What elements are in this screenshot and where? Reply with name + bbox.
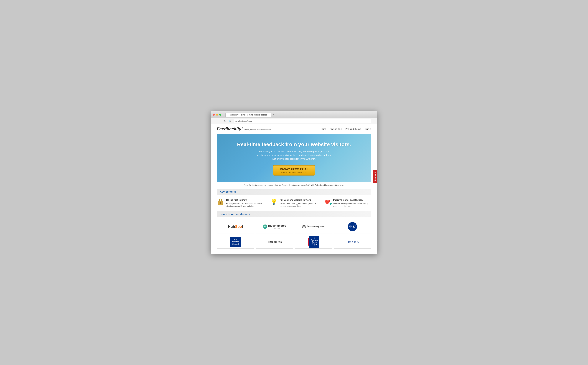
- benefit-desc-know: Protect your brand by being the first to…: [226, 202, 264, 208]
- cta-sub-text: NO CREDIT CARD REQUIRED!: [279, 171, 309, 173]
- benefit-item-satisfaction: ❤️ ✚ Improve visitor satisfaction Measur…: [324, 199, 371, 208]
- bulb-icon: 💡: [270, 199, 277, 205]
- benefit-content-satisfaction: Improve visitor satisfaction Measure and…: [333, 199, 371, 208]
- close-button[interactable]: [213, 114, 215, 116]
- nav-home[interactable]: Home: [320, 128, 326, 130]
- customer-timeinc: Time Inc.: [334, 235, 371, 249]
- lock-icon-graphic: [218, 199, 223, 205]
- lock-icon: [217, 199, 224, 206]
- benefit-title-know: Be the first to know: [226, 199, 264, 201]
- nav-feature-tour[interactable]: Feature Tour: [330, 128, 342, 130]
- hero-title: Real-time feedback from your website vis…: [226, 141, 362, 147]
- search-button[interactable]: 🔍: [228, 119, 232, 123]
- testimonial-quote: "...by far the best user experience of a…: [244, 184, 310, 186]
- customers-section-header: Some of our customers: [217, 211, 371, 217]
- customer-hubspot: HubSpo●t: [217, 220, 254, 233]
- threadless-logo: Threadless: [267, 240, 282, 244]
- benefits-title: Key benefits: [220, 190, 236, 193]
- customer-weather: TheWeatherChannel: [217, 235, 254, 249]
- maximize-button[interactable]: [219, 114, 221, 116]
- benefit-title-visitors: Put your site visitors to work: [280, 199, 318, 201]
- benefit-desc-satisfaction: Measure and improve visitor satisfaction…: [333, 202, 371, 208]
- benefit-content-know: Be the first to know Protect your brand …: [226, 199, 264, 208]
- logo-text: Feedbackify!: [217, 126, 243, 131]
- dictionary-logo: Dictionary.com: [302, 224, 325, 229]
- feedback-tab[interactable]: feedback: [373, 170, 377, 183]
- logo-area: Feedbackify! simple, private, website fe…: [217, 126, 271, 131]
- browser-controls: Feedbackify — simple, private, website f…: [213, 112, 375, 117]
- customer-acs: ⚔ American Cancer Society ®: [295, 235, 332, 249]
- hubspot-logo: HubSpo●t: [228, 225, 243, 229]
- customer-nasa: NASA: [334, 220, 371, 233]
- refresh-button[interactable]: ↻: [223, 119, 226, 123]
- benefit-item-know: Be the first to know Protect your brand …: [217, 199, 264, 208]
- acs-logo: ⚔ American Cancer Society ®: [308, 236, 319, 247]
- testimonial: "...by far the best user experience of a…: [211, 182, 377, 189]
- benefit-content-visitors: Put your site visitors to work Gather id…: [280, 199, 318, 208]
- page-content: Feedbackify! simple, private, website fe…: [211, 124, 377, 254]
- browser-menu-button[interactable]: ⋯: [373, 120, 375, 123]
- new-tab-button[interactable]: +: [271, 112, 276, 117]
- page-header: Feedbackify! simple, private, website fe…: [211, 124, 377, 134]
- browser-toolbar: ← → ↻ 🔍 ⋯: [211, 118, 377, 124]
- customers-section: Some of our customers HubSpo●t B Bi: [211, 211, 377, 254]
- nasa-logo: NASA: [348, 222, 357, 231]
- cta-button[interactable]: 15-DAY FREE TRIAL NO CREDIT CARD REQUIRE…: [273, 165, 315, 175]
- benefit-title-satisfaction: Improve visitor satisfaction: [333, 199, 371, 201]
- customers-title: Some of our customers: [220, 213, 250, 216]
- address-bar[interactable]: [234, 119, 371, 123]
- dictionary-text: Dictionary.com: [307, 225, 325, 228]
- benefit-desc-visitors: Gather ideas and suggestions from your m…: [280, 202, 318, 208]
- back-button[interactable]: ←: [213, 119, 216, 123]
- browser-window: Feedbackify — simple, private, website f…: [211, 111, 377, 254]
- browser-tab[interactable]: Feedbackify — simple, private, website f…: [225, 113, 271, 117]
- main-nav: Home Feature Tour Pricing & Signup Sign …: [320, 128, 371, 130]
- benefits-row: Be the first to know Protect your brand …: [211, 195, 377, 211]
- nav-signin[interactable]: Sign in: [365, 128, 371, 130]
- benefits-section-header: Key benefits: [217, 189, 371, 195]
- dictionary-icon: [302, 224, 306, 229]
- testimonial-attribution: Nikk Folts, Lead Developer, Gemvara.: [311, 184, 344, 186]
- hero-subtitle: Feedbackify is the quickest and easiest …: [255, 150, 333, 161]
- bigcommerce-logo: B Bigcommerce sell more: [263, 224, 286, 229]
- cta-main-text: 15-DAY FREE TRIAL: [279, 168, 309, 171]
- logo-tagline: simple, private, website feedback.: [244, 129, 271, 131]
- benefit-item-visitors: 💡 Put your site visitors to work Gather …: [270, 199, 318, 208]
- browser-titlebar: Feedbackify — simple, private, website f…: [211, 111, 377, 118]
- nav-pricing[interactable]: Pricing & Signup: [345, 128, 361, 130]
- forward-button[interactable]: →: [218, 119, 222, 123]
- weather-logo: TheWeatherChannel: [230, 237, 241, 247]
- hero-banner: Real-time feedback from your website vis…: [217, 134, 371, 182]
- customers-grid: HubSpo●t B Bigcommerce sell more: [211, 217, 377, 251]
- timeinc-logo: Time Inc.: [346, 240, 359, 244]
- customer-bigcommerce: B Bigcommerce sell more: [256, 220, 293, 233]
- customer-threadless: Threadless: [256, 235, 293, 249]
- minimize-button[interactable]: [216, 114, 218, 116]
- tab-bar: Feedbackify — simple, private, website f…: [225, 112, 276, 117]
- heart-icon: ❤️ ✚: [324, 199, 331, 205]
- customer-dictionary: Dictionary.com: [295, 220, 332, 233]
